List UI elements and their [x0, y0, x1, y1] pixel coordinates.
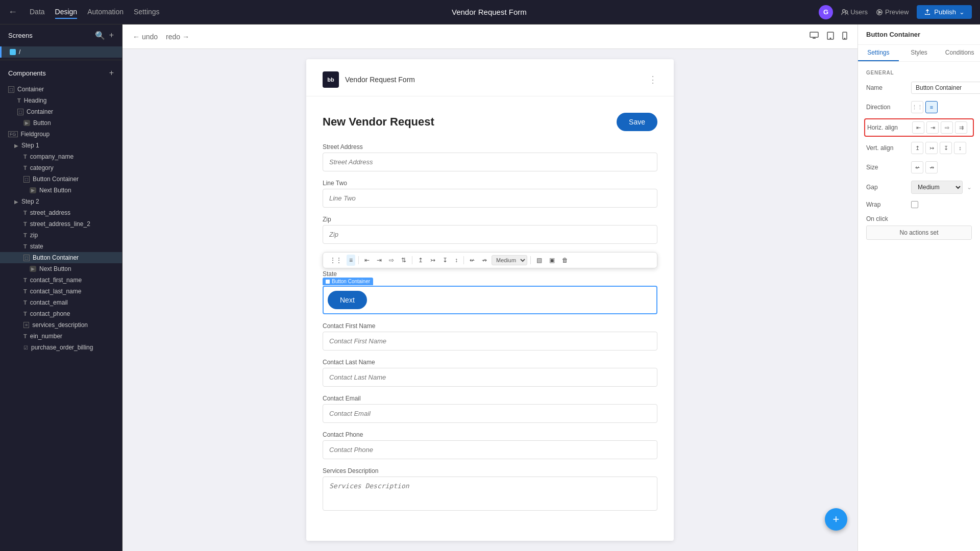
tree-item[interactable]: T contact_email [0, 297, 122, 308]
preview-button[interactable]: Preview [876, 8, 909, 16]
nav-data[interactable]: Data [30, 6, 45, 19]
rp-wrap-row: Wrap [866, 201, 972, 208]
wrap-checkbox[interactable] [911, 201, 918, 208]
nav-automation[interactable]: Automation [87, 6, 124, 19]
tree-item[interactable]: ▶ Button [0, 117, 122, 129]
tab-styles[interactable]: Styles [899, 45, 940, 61]
services-description-input[interactable] [323, 477, 657, 511]
ft-valign-mid-icon[interactable]: ↣ [428, 255, 438, 266]
contact-phone-input[interactable] [323, 440, 657, 459]
ft-align-left-icon[interactable]: ⇤ [362, 255, 372, 266]
undo-button[interactable]: ← undo [131, 31, 160, 43]
tree-item[interactable]: T contact_first_name [0, 274, 122, 286]
no-actions-button[interactable]: No actions set [866, 226, 972, 240]
tree-btn-container-selected[interactable]: □ Button Container [0, 252, 122, 263]
text-icon: T [23, 165, 27, 171]
fab-button[interactable]: + [825, 508, 847, 531]
tree-item[interactable]: T ein_number [0, 331, 122, 342]
horiz-left-btn[interactable]: ⇤ [912, 121, 924, 134]
direction-horizontal-btn[interactable]: ⋮⋮ [911, 101, 923, 113]
horiz-right-btn[interactable]: ⇨ [941, 121, 953, 134]
users-button[interactable]: Users [841, 8, 868, 16]
ft-align-center-icon[interactable]: ⇥ [374, 255, 384, 266]
field-contact-phone: Contact Phone [323, 431, 657, 459]
tab-settings[interactable]: Settings [858, 45, 899, 61]
svg-point-8 [844, 38, 845, 39]
tree-item[interactable]: ≡ services_description [0, 319, 122, 331]
direction-vertical-btn[interactable]: ≡ [925, 101, 938, 113]
add-screen-icon[interactable]: + [109, 31, 114, 40]
tab-conditions[interactable]: Conditions [939, 45, 980, 61]
tree-item[interactable]: T contact_phone [0, 308, 122, 319]
floating-toolbar: ⋮⋮ ≡ ⇤ ⇥ ⇨ ⇅ ↥ ↣ ↧ ↕ ↚ ↛ [323, 252, 657, 268]
next-button[interactable]: Next [328, 291, 367, 309]
form-menu-button[interactable]: ⋮ [648, 74, 657, 85]
horiz-stretch-btn[interactable]: ⇉ [955, 121, 967, 134]
tree-item[interactable]: T category [0, 162, 122, 173]
tree-item[interactable]: T contact_last_name [0, 286, 122, 297]
screen-root[interactable]: / [0, 46, 122, 58]
size-controls: ↚ ↛ [911, 161, 972, 173]
publish-button[interactable]: Publish ⌄ [917, 5, 972, 19]
zip-input[interactable] [323, 225, 657, 244]
street-address-input[interactable] [323, 153, 657, 171]
ft-columns-icon[interactable]: ⋮⋮ [327, 255, 345, 266]
tree-next-btn[interactable]: ▶ Next Button [0, 263, 122, 274]
ft-shrink-icon[interactable]: ↚ [467, 255, 477, 266]
user-avatar: G [819, 5, 833, 19]
tablet-button[interactable] [825, 30, 836, 43]
horiz-center-btn[interactable]: ⇥ [926, 121, 939, 134]
text-icon: T [17, 97, 21, 104]
tree-step1[interactable]: ▶ Step 1 [0, 140, 122, 151]
container-icon: □ [23, 255, 30, 261]
ft-valign-stretch-icon[interactable]: ↕ [452, 255, 460, 266]
ft-valign-top-icon[interactable]: ↥ [415, 255, 426, 266]
vert-mid-btn[interactable]: ↣ [925, 142, 938, 154]
add-component-icon[interactable]: + [109, 68, 114, 78]
ft-gap-select[interactable]: Medium [492, 255, 527, 265]
tree-item[interactable]: T Heading [0, 95, 122, 106]
ft-valign-bot-icon[interactable]: ↧ [440, 255, 450, 266]
mobile-button[interactable] [840, 30, 849, 43]
ft-delete-icon[interactable]: 🗑 [559, 255, 571, 266]
tree-item[interactable]: T street_address [0, 207, 122, 218]
contact-last-name-input[interactable] [323, 368, 657, 387]
tree-item[interactable]: ▶ Next Button [0, 185, 122, 196]
contact-first-name-input[interactable] [323, 332, 657, 350]
tree-item[interactable]: □ Container [0, 84, 122, 95]
save-button[interactable]: Save [617, 113, 657, 131]
name-input[interactable] [911, 82, 980, 94]
size-grow-btn[interactable]: ↛ [925, 161, 938, 173]
desktop-button[interactable] [807, 30, 821, 43]
contact-email-input[interactable] [323, 404, 657, 423]
rp-header: Button Container [858, 24, 980, 45]
tree-step2[interactable]: ▶ Step 2 [0, 196, 122, 207]
tree-fieldgroup[interactable]: FG Fieldgroup [0, 129, 122, 140]
tree-item[interactable]: ☑ purchase_order_billing [0, 342, 122, 353]
ft-list-icon[interactable]: ≡ [347, 255, 355, 266]
ft-expand-icon[interactable]: ⇅ [399, 255, 409, 266]
nav-settings[interactable]: Settings [134, 6, 160, 19]
tree-item[interactable]: T zip [0, 230, 122, 241]
ft-copy-icon[interactable]: ▣ [547, 255, 557, 266]
redo-button[interactable]: redo → [164, 31, 191, 43]
back-button[interactable]: ← [8, 7, 17, 17]
tree-item[interactable]: □ Button Container [0, 173, 122, 185]
tree-item[interactable]: T company_name [0, 151, 122, 162]
ft-align-right-icon[interactable]: ⇨ [386, 255, 397, 266]
button-icon: ▶ [23, 120, 30, 126]
search-icon[interactable]: 🔍 [95, 31, 105, 40]
gap-select[interactable]: Medium None Small Large [911, 181, 963, 194]
vert-stretch-btn[interactable]: ↕ [954, 142, 966, 154]
nav-design[interactable]: Design [55, 6, 78, 19]
vert-bot-btn[interactable]: ↧ [940, 142, 952, 154]
tree-item[interactable]: □ Container [0, 106, 122, 117]
size-shrink-btn[interactable]: ↚ [911, 161, 923, 173]
button-container[interactable]: Next [323, 286, 657, 314]
ft-wrap-icon[interactable]: ▧ [534, 255, 545, 266]
vert-top-btn[interactable]: ↥ [911, 142, 923, 154]
ft-grow-icon[interactable]: ↛ [479, 255, 489, 266]
line-two-input[interactable] [323, 189, 657, 208]
tree-item[interactable]: T street_address_line_2 [0, 218, 122, 230]
tree-item[interactable]: T state [0, 241, 122, 252]
